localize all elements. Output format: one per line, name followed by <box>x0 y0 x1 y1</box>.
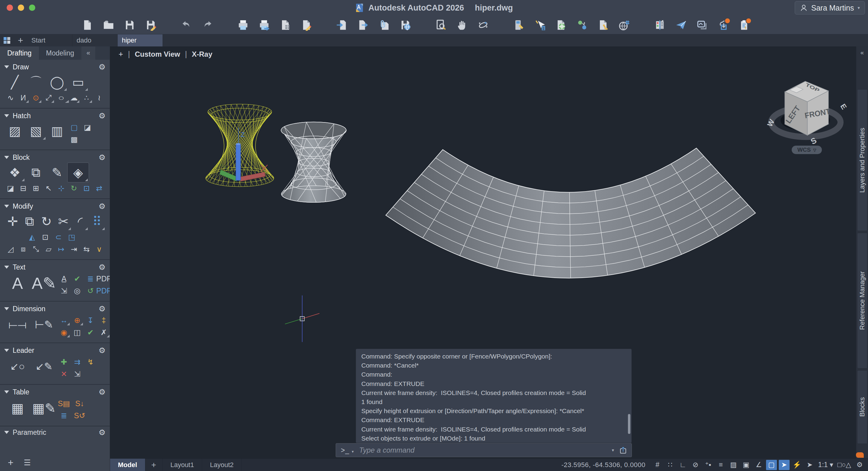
redo-button[interactable] <box>201 18 214 32</box>
line-tool[interactable]: ╱ <box>4 72 25 92</box>
model-tab[interactable]: Model <box>110 459 145 471</box>
section-settings-gear-icon[interactable]: ⚙ <box>99 153 105 162</box>
table-tool[interactable]: ▦ <box>4 398 31 418</box>
dimension-tool[interactable]: ⟝⟞ <box>4 314 31 335</box>
rotate-tool[interactable]: ↻ <box>38 212 55 231</box>
point-tool[interactable]: ⊙ <box>30 92 42 104</box>
attribute-display-tool[interactable]: ⊟ <box>17 182 30 194</box>
text-style-tool[interactable]: A̲ <box>57 273 70 285</box>
section-settings-gear-icon[interactable]: ⚙ <box>99 304 105 314</box>
plot-button[interactable] <box>237 18 250 32</box>
wcs-dropdown[interactable]: WCS ▽ <box>792 146 822 154</box>
palette-add-button[interactable]: + <box>8 457 13 468</box>
align-leaders-tool[interactable]: ⇉ <box>70 356 84 368</box>
plot-preview-button[interactable] <box>257 18 271 32</box>
dynamic-input-icon[interactable]: ∠ <box>753 460 764 470</box>
etransmit-button[interactable] <box>399 18 412 32</box>
snap-mode-icon[interactable]: ∷ <box>665 460 676 470</box>
match-text-tool[interactable]: A✎ <box>31 273 57 294</box>
lineweight-icon[interactable]: ≡ <box>715 460 726 470</box>
find-text-tool[interactable]: ◎ <box>70 285 84 297</box>
page-setup-button[interactable] <box>279 18 292 32</box>
plot-edit-button[interactable] <box>300 18 313 32</box>
polyline-tool[interactable]: И <box>17 92 30 104</box>
section-settings-gear-icon[interactable]: ⚙ <box>99 111 105 121</box>
match-dimension-tool[interactable]: ⊢✎ <box>31 314 57 335</box>
layout1-tab[interactable]: Layout1 <box>162 459 202 471</box>
point-style-button[interactable] <box>576 18 589 32</box>
circle-tool[interactable]: ◯ <box>46 72 67 92</box>
quick-select-button[interactable] <box>533 18 547 32</box>
revision-cloud-tool[interactable]: ☁ <box>67 92 80 104</box>
user-account-button[interactable]: Sara Martins ▾ <box>795 1 865 14</box>
notification-badge[interactable] <box>856 452 864 458</box>
export-button[interactable] <box>356 18 370 32</box>
arc-tool[interactable]: ⌒ <box>25 72 46 92</box>
annotation-scale-icon[interactable]: ➤ <box>804 460 815 470</box>
edit-block-tool[interactable]: ✎ <box>46 163 67 182</box>
drawing-viewport[interactable]: Z TOP LEFT FRONT W S E + <box>110 46 856 471</box>
join-tool[interactable]: ↦ <box>55 243 67 255</box>
section-settings-gear-icon[interactable]: ⚙ <box>99 62 105 72</box>
hatch-tool[interactable]: ▨ <box>4 121 25 140</box>
remove-leader-tool[interactable]: ✕ <box>57 368 70 380</box>
section-settings-gear-icon[interactable]: ⚙ <box>99 202 105 211</box>
align-tool[interactable]: ⇥ <box>67 243 80 255</box>
palette-tab-drafting[interactable]: Drafting <box>0 46 39 60</box>
stretch-tool[interactable]: ▱ <box>42 243 55 255</box>
tool-palettes-button[interactable] <box>512 18 525 32</box>
add-layout-button[interactable]: + <box>145 459 162 471</box>
section-table-header[interactable]: Table ⚙ <box>4 386 105 398</box>
drawing-compare-button[interactable] <box>653 18 666 32</box>
orbit-button[interactable] <box>476 18 490 32</box>
doc-tab-dado[interactable]: dado <box>72 34 118 46</box>
select-similar-tool[interactable]: ⊡ <box>39 231 52 243</box>
save-as-button[interactable] <box>144 18 157 32</box>
spell-check-tool[interactable]: ✔ <box>70 273 84 285</box>
design-center-button[interactable] <box>554 18 568 32</box>
section-text-header[interactable]: Text ⚙ <box>4 262 105 273</box>
copy-tool[interactable]: ⧉ <box>21 212 38 231</box>
baseline-dimension-tool[interactable]: ↧ <box>84 314 97 326</box>
attribute-tag-tool[interactable]: ◪ <box>4 182 17 194</box>
section-dimension-header[interactable]: Dimension ⚙ <box>4 303 105 314</box>
section-settings-gear-icon[interactable]: ⚙ <box>99 263 105 272</box>
quick-dimension-tool[interactable]: ◉ <box>57 326 70 338</box>
3d-move-tool[interactable]: ⧈ <box>17 243 30 255</box>
panel-tab-reference-manager[interactable]: Reference Manager <box>857 233 867 369</box>
panel-tab-layers-properties[interactable]: Layers and Properties <box>857 89 867 231</box>
add-selected-tool[interactable]: ⊹ <box>55 182 67 194</box>
mirror-tool[interactable]: ◭ <box>25 231 39 243</box>
fillet-tool[interactable]: ◜ <box>72 212 89 231</box>
table-export-tool[interactable]: S↓ <box>73 398 86 409</box>
mtext-tool[interactable]: A <box>4 273 31 294</box>
grid-display-icon[interactable]: # <box>652 460 663 470</box>
transparency-icon[interactable]: ▨ <box>728 460 739 470</box>
coordinates-readout[interactable]: -23.5956, -64.5306, 0.0000 <box>561 461 645 469</box>
gradient-tool[interactable]: ▥ <box>46 121 67 140</box>
dimension-check-tool[interactable]: ✔ <box>84 326 97 338</box>
attribute-select-tool[interactable]: ⊡ <box>80 182 93 194</box>
section-settings-gear-icon[interactable]: ⚙ <box>99 346 105 355</box>
viewport-menu-button[interactable]: + <box>119 50 123 59</box>
viewport-view-control[interactable]: Custom View <box>135 50 180 59</box>
section-parametric-header[interactable]: Parametric ⚙ <box>4 427 105 435</box>
rectangle-tool[interactable]: ▭ <box>67 72 89 92</box>
spline-tool[interactable]: ∿ <box>4 92 17 104</box>
data-link-tool[interactable]: S▤ <box>57 398 70 409</box>
helix-tool[interactable]: ≀ <box>93 92 105 104</box>
attach-button[interactable] <box>378 18 391 32</box>
action-macro-button[interactable] <box>738 18 751 32</box>
object-snap-tracking-icon[interactable]: ⁺▪ <box>703 460 714 470</box>
match-table-tool[interactable]: ▦✎ <box>31 398 57 418</box>
named-views-button[interactable] <box>695 18 709 32</box>
count-button[interactable] <box>618 18 631 32</box>
section-settings-gear-icon[interactable]: ⚙ <box>99 428 105 436</box>
share-drawing-button[interactable] <box>674 18 688 32</box>
command-prompt-caret-icon[interactable]: ▾ <box>352 449 354 454</box>
section-leader-header[interactable]: Leader ⚙ <box>4 345 105 356</box>
wipeout-tool[interactable]: ◪ <box>81 121 94 133</box>
new-file-button[interactable] <box>81 18 94 32</box>
collect-leaders-tool[interactable]: ⇲ <box>70 368 84 380</box>
match-leader-tool[interactable]: ↙✎ <box>31 356 57 377</box>
